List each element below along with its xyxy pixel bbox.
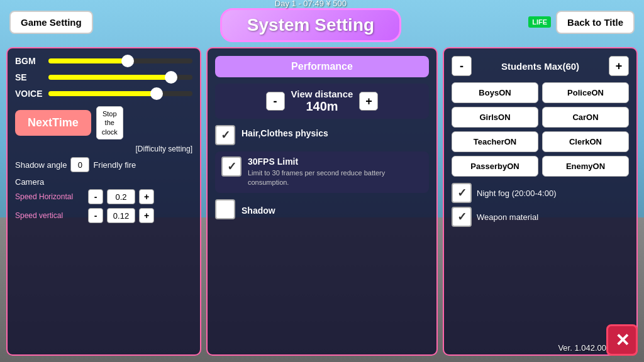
night-fog-row: ✓ Night fog (20:00-4:00) — [452, 183, 629, 203]
speed-vertical-row: Speed vertical - 0.12 + — [15, 208, 192, 223]
night-fog-label: Night fog (20:00-4:00) — [477, 189, 556, 198]
camera-section: Camera Speed Horizontal - 0.2 + Speed ve… — [15, 177, 192, 223]
life-badge: LIFE — [528, 16, 551, 28]
speed-v-minus-button[interactable]: - — [88, 208, 103, 223]
hair-clothes-checkbox[interactable]: ✓ — [215, 125, 235, 145]
top-bar: Game Setting Day 1 - 07:49 ¥ 500 System … — [0, 0, 644, 44]
shadow-angle-row: Shadow angle 0 Friendly fire — [15, 157, 192, 172]
weapon-checkbox[interactable]: ✓ — [452, 207, 472, 227]
day-info: Day 1 - 07:49 ¥ 500 — [275, 0, 347, 8]
shadow-checkbox[interactable] — [215, 199, 235, 219]
se-label: SE — [15, 72, 43, 82]
boys-on-button[interactable]: BoysON — [452, 82, 538, 103]
se-row: SE — [15, 72, 192, 82]
voice-label: VOICE — [15, 89, 43, 99]
speed-vertical-label: Speed vertical — [15, 211, 84, 220]
mid-panel: Performance - View distance 140m + ✓ Hai… — [206, 47, 438, 356]
shadow-angle-value: 0 — [70, 157, 89, 172]
se-thumb[interactable] — [165, 71, 177, 84]
performance-button[interactable]: Performance — [215, 56, 429, 77]
right-panel: - Students Max(60) + BoysON PoliceON Gir… — [443, 47, 638, 356]
bgm-label: BGM — [15, 56, 43, 66]
game-setting-button[interactable]: Game Setting — [9, 11, 93, 34]
se-slider[interactable] — [48, 75, 192, 80]
fps-checkbox[interactable]: ✓ — [221, 156, 242, 177]
voice-fill — [48, 91, 157, 96]
car-on-button[interactable]: CarON — [542, 107, 629, 128]
camera-title: Camera — [15, 177, 192, 187]
view-distance-plus-button[interactable]: + — [359, 92, 378, 111]
hair-clothes-row: ✓ Hair,Clothes physics — [215, 125, 429, 145]
clock-label: clock — [102, 128, 118, 136]
view-distance-row: - View distance 140m + — [223, 89, 421, 114]
shadow-angle-label: Shadow angle — [15, 160, 67, 170]
voice-thumb[interactable] — [150, 87, 163, 100]
fps-box: ✓ 30FPS Limit Limit to 30 frames per sec… — [215, 151, 429, 193]
friendly-fire-label: Friendly fire — [93, 160, 136, 170]
system-setting-title: System Setting — [247, 15, 374, 35]
left-panel: BGM SE VOICE NextTime Sto — [6, 47, 201, 356]
title-box: System Setting — [220, 8, 401, 42]
students-minus-button[interactable]: - — [452, 56, 472, 76]
enemy-on-button[interactable]: EnemyON — [542, 156, 629, 177]
view-distance-minus-button[interactable]: - — [266, 92, 285, 111]
fps-title: 30FPS Limit — [248, 156, 423, 167]
stop-clock-box[interactable]: Stop the clock — [96, 106, 123, 140]
version-text: Ver. 1.042.00 — [558, 343, 606, 353]
bgm-slider[interactable] — [48, 58, 192, 63]
passerby-on-button[interactable]: PasserbyON — [452, 156, 538, 177]
next-time-row: NextTime Stop the clock — [15, 105, 192, 141]
weapon-row: ✓ Weapon material — [452, 207, 629, 227]
hair-clothes-label: Hair,Clothes physics — [242, 125, 328, 138]
stop-label: Stop — [103, 110, 117, 118]
speed-v-value: 0.12 — [107, 208, 135, 223]
se-fill — [48, 75, 171, 80]
fps-row: ✓ 30FPS Limit Limit to 30 frames per sec… — [221, 156, 423, 188]
students-max-label: Students Max(60) — [501, 61, 579, 72]
students-plus-button[interactable]: + — [609, 56, 629, 76]
back-title-button[interactable]: Back to Title — [556, 11, 635, 34]
speed-h-minus-button[interactable]: - — [88, 189, 103, 204]
weapon-label: Weapon material — [477, 212, 538, 222]
speed-h-value: 0.2 — [107, 189, 135, 204]
bgm-fill — [48, 58, 128, 63]
shadow-label: Shadow — [242, 202, 275, 216]
view-distance-value: 140m — [291, 99, 353, 114]
difficulty-text: [Difficulty setting] — [15, 145, 192, 153]
bgm-thumb[interactable] — [121, 55, 134, 67]
voice-slider[interactable] — [48, 91, 192, 96]
next-time-button[interactable]: NextTime — [15, 110, 91, 136]
night-fog-checkbox[interactable]: ✓ — [452, 183, 472, 203]
teacher-on-button[interactable]: TeacherON — [452, 131, 538, 152]
the-label: the — [105, 119, 114, 126]
police-on-button[interactable]: PoliceON — [542, 82, 629, 103]
close-button[interactable]: ✕ — [606, 324, 638, 356]
panels-container: BGM SE VOICE NextTime Sto — [6, 47, 638, 356]
fps-desc: Limit to 30 frames per second reduce bat… — [248, 168, 423, 188]
girls-on-button[interactable]: GirlsON — [452, 107, 538, 128]
toggle-grid: BoysON PoliceON GirlsON CarON TeacherON … — [452, 82, 629, 177]
shadow-row: Shadow — [215, 199, 429, 219]
clerk-on-button[interactable]: ClerkON — [542, 131, 629, 152]
view-distance-title: View distance — [291, 89, 353, 99]
view-distance-box: - View distance 140m + — [215, 84, 429, 119]
voice-row: VOICE — [15, 89, 192, 99]
students-max-row: - Students Max(60) + — [452, 56, 629, 76]
bgm-row: BGM — [15, 56, 192, 66]
speed-v-plus-button[interactable]: + — [139, 208, 154, 223]
speed-horizontal-row: Speed Horizontal - 0.2 + — [15, 189, 192, 204]
speed-h-plus-button[interactable]: + — [139, 189, 154, 204]
top-right-group: LIFE Back to Title — [528, 11, 635, 34]
speed-horizontal-label: Speed Horizontal — [15, 192, 84, 201]
